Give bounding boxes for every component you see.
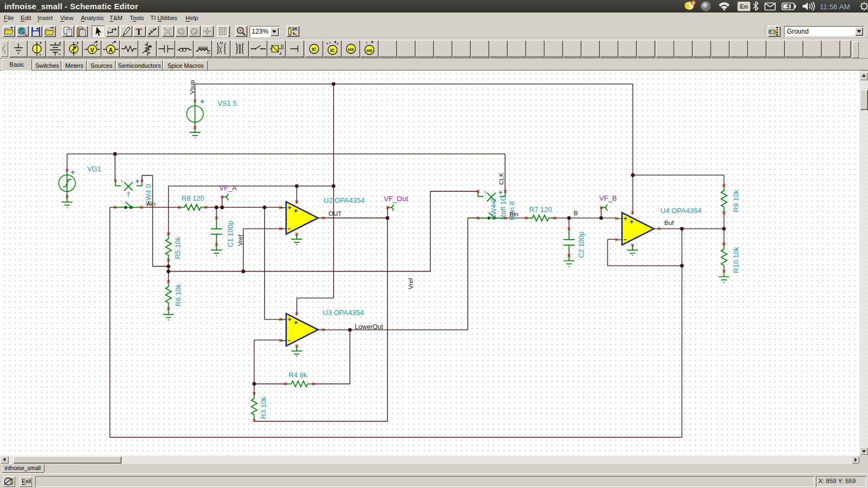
svg-text:Ain: Ain (146, 201, 156, 207)
svg-text:U4 OPA4354: U4 OPA4354 (661, 207, 702, 215)
svg-text:A: A (108, 47, 113, 53)
svg-text:Vref: Vref (407, 278, 414, 289)
svg-text:1K: 1K (292, 26, 298, 31)
svg-text:OUT: OUT (329, 210, 342, 217)
svg-text:VG1: VG1 (87, 165, 101, 173)
svg-text:U2 OPA4354: U2 OPA4354 (324, 196, 365, 204)
svg-text:SW4 0: SW4 0 (489, 198, 497, 220)
svg-text:IC: IC (330, 48, 335, 53)
svg-text:CLK: CLK (498, 172, 505, 185)
svg-text:VF_B: VF_B (599, 194, 617, 202)
svg-text:Bin: Bin (509, 211, 519, 217)
svg-text:R10 10k: R10 10k (732, 247, 740, 273)
svg-text:M: M (220, 41, 223, 45)
svg-text:Buf: Buf (665, 220, 674, 226)
svg-text:4: 4 (692, 1, 694, 5)
svg-text:C2 100p: C2 100p (578, 232, 586, 258)
svg-text:R7 120: R7 120 (529, 206, 552, 214)
svg-text:Vref: Vref (237, 234, 244, 246)
svg-text:VF_A: VF_A (219, 184, 237, 192)
svg-text:Vsup: Vsup (189, 80, 195, 94)
svg-text:LowerOut: LowerOut (355, 323, 384, 331)
svg-text:HS: HS (366, 48, 373, 53)
svg-text:C1 100p: C1 100p (226, 221, 234, 247)
svg-text:IC: IC (311, 47, 316, 52)
svg-text:U3 OPA4354: U3 OPA4354 (323, 309, 364, 317)
svg-text:R8 120: R8 120 (182, 194, 205, 202)
svg-text:R9 10k: R9 10k (732, 190, 740, 213)
svg-text:Roff 1G: Roff 1G (499, 195, 507, 220)
svg-text:R6 10k: R6 10k (174, 284, 182, 306)
svg-text:En: En (740, 3, 748, 10)
svg-text:R5 10k: R5 10k (174, 236, 182, 259)
svg-text:HS: HS (348, 47, 354, 52)
svg-text:VF_Out: VF_Out (384, 195, 409, 203)
svg-text:R3 10k: R3 10k (259, 396, 267, 419)
svg-text:R4 8k: R4 8k (289, 371, 307, 379)
svg-text:11:56 AM: 11:56 AM (820, 3, 850, 11)
svg-text:B: B (574, 210, 578, 216)
svg-text:T: T (136, 27, 142, 37)
svg-text:V: V (90, 47, 94, 53)
svg-text:VS1 5: VS1 5 (218, 99, 237, 107)
